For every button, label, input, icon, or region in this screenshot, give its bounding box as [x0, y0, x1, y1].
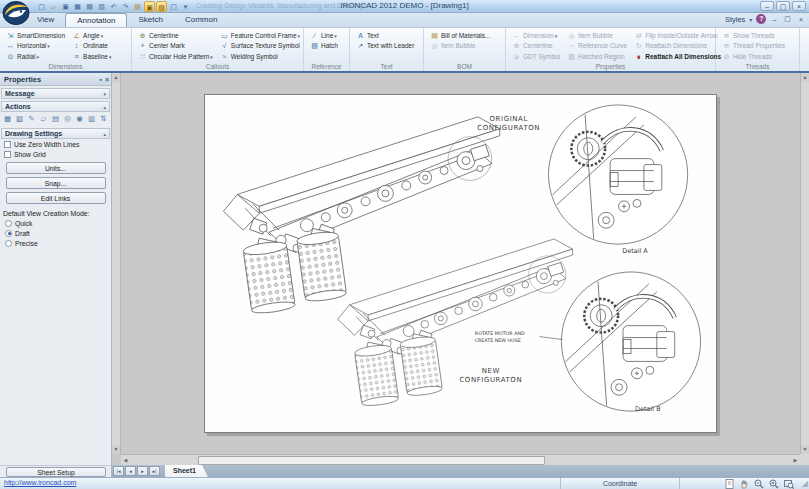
radio-draft[interactable]: Draft [0, 228, 111, 238]
circular-hole-pattern-button[interactable]: ∷Circular Hole Pattern [136, 51, 215, 62]
drawing-settings-chevron-icon[interactable]: ▴ [103, 129, 106, 139]
tab-annotation[interactable]: Annotation [65, 13, 127, 27]
styles-dropdown-arrow-icon[interactable]: ▾ [749, 16, 752, 23]
catalog-browser-icon[interactable]: ▣ [144, 1, 155, 12]
ironcad-logo[interactable] [2, 1, 32, 26]
horizontal-dimension-button[interactable]: ↔Horizontal [4, 41, 67, 52]
snap-button[interactable]: Snap... [6, 177, 106, 189]
image-icon[interactable]: ◉ [74, 114, 85, 124]
styles-dropdown[interactable]: Styles [725, 15, 745, 24]
surface-texture-symbol-button[interactable]: √Surface Texture Symbol [218, 41, 302, 52]
zoom-out-icon[interactable] [753, 479, 765, 489]
section-drawing-settings[interactable]: Drawing Settings ▴ [1, 128, 110, 139]
reattach-dimensions-button[interactable]: ↻Reattach Dimensions [632, 41, 723, 52]
radio-button[interactable] [5, 220, 12, 227]
pan-hand-icon[interactable] [738, 479, 750, 489]
save-icon[interactable]: ▣ [60, 1, 71, 12]
sheet-number-icon[interactable] [723, 479, 735, 489]
flip-inside-outside-arrow-button[interactable]: ⇄Flip Inside/Outside Arrow [632, 30, 723, 41]
next-sheet-icon[interactable]: ▸ [137, 466, 148, 476]
bill-of-materials-button[interactable]: ▤Bill of Materials... [428, 30, 493, 41]
checkbox-box[interactable] [4, 141, 11, 148]
sheet-tab-sheet1[interactable]: Sheet1 [165, 465, 208, 477]
zoom-in-icon[interactable] [768, 479, 780, 489]
panel-close-icon[interactable]: × [105, 73, 109, 86]
open-icon[interactable]: ▱ [48, 1, 59, 12]
dimension-properties-button[interactable]: ↔Dimension [510, 30, 562, 41]
edit-links-button[interactable]: Edit Links [6, 192, 106, 204]
tab-common[interactable]: Common [174, 13, 228, 27]
section-actions[interactable]: Actions ▴ [1, 101, 110, 112]
scroll-down-icon[interactable]: ▼ [801, 445, 809, 454]
feature-control-frame-button[interactable]: ▭Feature Control Frame [218, 30, 302, 41]
tab-sketch[interactable]: Sketch [127, 13, 173, 27]
horizontal-scroll-thumb[interactable] [198, 456, 545, 465]
show-threads-button[interactable]: ≋Show Threads [720, 30, 787, 41]
reference-line-button[interactable]: ∕Line [308, 30, 340, 41]
document-close-icon[interactable]: × [797, 16, 805, 23]
print-icon[interactable]: ▤ [84, 1, 95, 12]
smartdimension-button[interactable]: ⇲SmartDimension [4, 30, 67, 41]
first-sheet-icon[interactable]: |◂ [113, 466, 124, 476]
close-icon[interactable]: × [792, 1, 806, 11]
zoom-fit-icon[interactable] [783, 479, 795, 489]
checkbox-use-zero-width-lines[interactable]: Use Zero Width Lines [0, 139, 111, 149]
radio-button-selected[interactable] [5, 230, 12, 237]
redo-icon[interactable]: ↷ [120, 1, 131, 12]
canvas-horizontal-scrollbar[interactable]: ◀ ▶ [121, 454, 800, 465]
document-minimize-icon[interactable]: – [770, 16, 778, 23]
render-mode-icon[interactable]: ▨ [156, 1, 167, 12]
undo-icon[interactable]: ↶ [108, 1, 119, 12]
copy-icon[interactable]: ▧ [132, 1, 143, 12]
print-preview-icon[interactable]: ▥ [96, 1, 107, 12]
save-all-icon[interactable]: ▦ [72, 1, 83, 12]
document-restore-icon[interactable]: ▢ [782, 15, 793, 23]
message-chevron-icon[interactable]: ▾ [103, 89, 106, 99]
hatch-button[interactable]: ▨Hatch [308, 41, 340, 52]
centerline-properties-button[interactable]: ⊕Centerline [510, 41, 562, 52]
gdt-symbol-button[interactable]: ⌀GDT Symbol [510, 51, 562, 62]
new-sheet-icon[interactable]: ▧ [14, 114, 25, 124]
item-bubble-button[interactable]: ◎Item Bubble [428, 41, 493, 52]
update-icon[interactable]: ⇅ [98, 114, 109, 124]
drawing-sheet[interactable]: ORIGINAL CONFIGURATON NEW CONFIGURATON R… [204, 94, 717, 433]
text-button[interactable]: AText [354, 30, 416, 41]
panel-vertical-scrollbar[interactable]: ▲ ▼ [112, 73, 121, 454]
export-icon[interactable]: ▥ [86, 114, 97, 124]
hide-threads-button[interactable]: ⊘Hide Threads [720, 51, 787, 62]
centerline-button[interactable]: ⊕Centerline [136, 30, 215, 41]
scroll-left-icon[interactable]: ◀ [121, 455, 130, 465]
ironcad-link[interactable]: http://www.ironcad.com [4, 479, 76, 486]
radial-dimension-button[interactable]: ⊙Radial [4, 51, 67, 62]
open-folder-icon[interactable]: ▱ [38, 114, 49, 124]
last-sheet-icon[interactable]: ▸| [149, 466, 160, 476]
new-window-icon[interactable]: ▢ [168, 1, 179, 12]
table-icon[interactable]: ▤ [50, 114, 61, 124]
ordinate-dimension-button[interactable]: ↕Ordinate [70, 41, 113, 52]
scroll-down-icon[interactable]: ▼ [112, 445, 120, 454]
welding-symbol-button[interactable]: ≈Welding Symbol [218, 51, 302, 62]
panel-pin-icon[interactable]: ▪ [99, 73, 101, 86]
actions-chevron-icon[interactable]: ▴ [103, 102, 106, 112]
edit-icon[interactable]: ✎ [26, 114, 37, 124]
fit-view-icon[interactable]: ▦ [2, 114, 13, 124]
drawing-canvas[interactable]: ORIGINAL CONFIGURATON NEW CONFIGURATON R… [121, 73, 800, 454]
item-bubble-properties-button[interactable]: ◎Item Bubble [565, 30, 629, 41]
scroll-up-icon[interactable]: ▲ [801, 73, 809, 82]
text-with-leader-button[interactable]: ↗Text with Leader [354, 41, 416, 52]
previous-sheet-icon[interactable]: ◂ [125, 466, 136, 476]
canvas-vertical-scrollbar[interactable]: ▲ ▼ [800, 73, 809, 454]
thread-properties-button[interactable]: ≋Thread Properties [720, 41, 787, 52]
center-mark-button[interactable]: +Center Mark [136, 41, 215, 52]
scroll-up-icon[interactable]: ▲ [112, 73, 120, 82]
scroll-right-icon[interactable]: ▶ [791, 455, 800, 465]
checkbox-box[interactable] [4, 151, 11, 158]
maximize-icon[interactable]: ▢ [776, 1, 790, 11]
reattach-all-dimensions-button[interactable]: ∎Reattach All Dimensions [632, 51, 723, 62]
reference-curve-button[interactable]: ∼Reference Curve [565, 41, 629, 52]
customize-qat-icon[interactable]: ▾ [180, 1, 191, 12]
help-icon[interactable]: ? [756, 14, 766, 24]
checkbox-show-grid[interactable]: Show Grid [0, 149, 111, 159]
new-document-icon[interactable]: ▢ [36, 1, 47, 12]
coordinate-field[interactable]: Coordinate [560, 478, 680, 489]
